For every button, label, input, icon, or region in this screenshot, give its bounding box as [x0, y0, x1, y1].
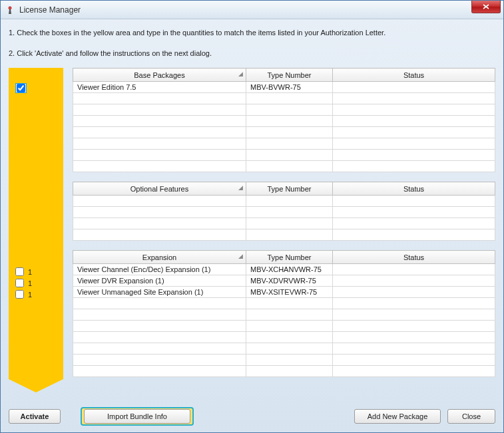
table-header-row: Base Packages◢ Type Number Status — [73, 69, 495, 82]
import-bundle-highlight: Import Bundle Info — [81, 407, 194, 426]
expansion-row-1-type: MBV-XDVRVWR-75 — [246, 275, 333, 287]
expansion-row-0-qty: 1 — [28, 268, 32, 276]
expansion-row-0-checkbox[interactable] — [15, 267, 24, 276]
optional-header-col2[interactable]: Type Number — [246, 182, 333, 196]
instructions: 1. Check the boxes in the yellow area an… — [9, 27, 495, 59]
close-icon — [483, 4, 489, 9]
license-manager-window: License Manager 1. Check the boxes in th… — [0, 0, 504, 433]
instruction-line-1: 1. Check the boxes in the yellow area an… — [9, 27, 495, 39]
selection-column: 1 1 1 — [9, 68, 63, 379]
expansion-row-0-name: Viewer Channel (Enc/Dec) Expansion (1) — [73, 264, 246, 275]
table-row[interactable] — [73, 138, 495, 150]
table-row[interactable] — [73, 229, 495, 241]
table-row[interactable] — [73, 355, 495, 366]
svg-point-0 — [9, 6, 11, 9]
expansion-header-col3[interactable]: Status — [333, 251, 495, 264]
expansion-row-1-status — [333, 275, 495, 287]
table-row[interactable] — [73, 150, 495, 161]
expansion-row-0-status — [333, 264, 495, 275]
window-title: License Manager — [19, 5, 81, 15]
add-new-package-button[interactable]: Add New Package — [354, 409, 441, 424]
table-row[interactable] — [73, 116, 495, 127]
expansion-header-col1[interactable]: Expansion◢ — [73, 251, 246, 264]
yellow-arrow-icon — [9, 379, 63, 392]
table-row[interactable]: Viewer Edition 7.5 MBV-BVWR-75 — [73, 82, 495, 93]
button-row: Activate Import Bundle Info Add New Pack… — [9, 407, 495, 426]
content-area: 1. Check the boxes in the yellow area an… — [1, 19, 503, 386]
main-area: 1 1 1 Base Package — [9, 68, 495, 379]
optional-features-table: Optional Features◢ Type Number Status — [73, 182, 495, 241]
base-row-0-type: MBV-BVWR-75 — [246, 82, 333, 93]
table-row[interactable] — [73, 93, 495, 104]
sort-icon: ◢ — [238, 184, 243, 191]
table-row[interactable] — [73, 332, 495, 343]
close-button[interactable]: Close — [447, 409, 495, 424]
table-row[interactable] — [73, 321, 495, 332]
table-row[interactable] — [73, 161, 495, 172]
expansion-row-2-qty: 1 — [28, 291, 32, 299]
tables-column: Base Packages◢ Type Number Status Viewer… — [73, 68, 495, 379]
table-header-row: Optional Features◢ Type Number Status — [73, 182, 495, 196]
table-row[interactable] — [73, 366, 495, 377]
expansion-row-1-checkbox[interactable] — [15, 279, 24, 287]
activate-button[interactable]: Activate — [9, 409, 61, 424]
expansion-row-1-name: Viewer DVR Expansion (1) — [73, 275, 246, 287]
table-row[interactable] — [73, 207, 495, 218]
expansion-row-2-checkbox[interactable] — [15, 290, 24, 299]
expansion-row-2-name: Viewer Unmanaged Site Expansion (1) — [73, 287, 246, 298]
base-header-col1[interactable]: Base Packages◢ — [73, 69, 246, 82]
instruction-line-2: 2. Click 'Activate' and follow the instr… — [9, 48, 495, 59]
base-header-col2[interactable]: Type Number — [246, 69, 333, 82]
expansion-header-col2[interactable]: Type Number — [246, 251, 333, 264]
checkbox-highlight — [15, 83, 27, 93]
table-row[interactable] — [73, 104, 495, 116]
table-header-row: Expansion◢ Type Number Status — [73, 251, 495, 264]
table-row[interactable]: Viewer Unmanaged Site Expansion (1) MBV-… — [73, 287, 495, 298]
table-row[interactable] — [73, 298, 495, 309]
expansion-row-1-qty: 1 — [28, 279, 32, 287]
app-icon — [5, 5, 15, 15]
expansion-row-0-type: MBV-XCHANVWR-75 — [246, 264, 333, 275]
expansion-row-2-status — [333, 287, 495, 298]
table-row[interactable]: Viewer Channel (Enc/Dec) Expansion (1) M… — [73, 264, 495, 275]
expansion-table: Expansion◢ Type Number Status Viewer Cha… — [73, 250, 495, 377]
expansion-row-check-2: 1 — [9, 289, 63, 300]
base-row-check-0 — [9, 82, 63, 94]
expansion-row-2-type: MBV-XSITEVWR-75 — [246, 287, 333, 298]
expansion-row-check-0: 1 — [9, 266, 63, 277]
sort-icon: ◢ — [238, 71, 243, 77]
optional-header-col1[interactable]: Optional Features◢ — [73, 182, 246, 196]
base-row-0-status — [333, 82, 495, 93]
table-row[interactable] — [73, 343, 495, 355]
table-row[interactable] — [73, 309, 495, 321]
base-packages-table: Base Packages◢ Type Number Status Viewer… — [73, 68, 495, 172]
table-row[interactable] — [73, 196, 495, 207]
base-row-0-checkbox[interactable] — [17, 84, 25, 92]
import-bundle-info-button[interactable]: Import Bundle Info — [84, 409, 190, 424]
titlebar: License Manager — [1, 1, 503, 19]
optional-header-col3[interactable]: Status — [333, 182, 495, 196]
base-header-col3[interactable]: Status — [333, 69, 495, 82]
table-row[interactable] — [73, 218, 495, 229]
table-row[interactable]: Viewer DVR Expansion (1) MBV-XDVRVWR-75 — [73, 275, 495, 287]
table-row[interactable] — [73, 127, 495, 138]
base-row-0-name: Viewer Edition 7.5 — [73, 82, 246, 93]
expansion-row-check-1: 1 — [9, 277, 63, 289]
window-close-button[interactable] — [471, 1, 501, 13]
sort-icon: ◢ — [238, 253, 243, 259]
